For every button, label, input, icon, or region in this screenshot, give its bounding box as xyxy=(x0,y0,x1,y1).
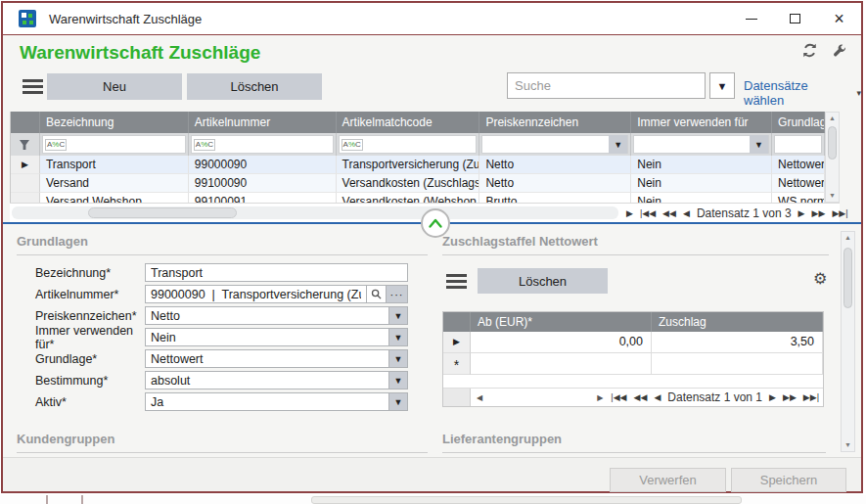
filter-abc-icon: A%C xyxy=(45,139,67,151)
background-window-element xyxy=(311,496,742,504)
chevron-down-icon: ▾ xyxy=(856,88,861,98)
dropdown-icon[interactable]: ▼ xyxy=(388,372,407,389)
pager-next-page-button[interactable]: ▶▶ xyxy=(783,392,797,402)
section-kundengruppen: Kundengruppen xyxy=(17,432,428,453)
dropdown-icon[interactable]: ▼ xyxy=(388,329,407,345)
dropdown-icon[interactable]: ▼ xyxy=(388,393,407,410)
app-window: Warenwirtschaft Zuschläge × Warenwirtsch… xyxy=(1,1,863,493)
filter-dropdown-icon[interactable]: ▼ xyxy=(609,135,627,154)
pager-label: Datensatz 1 von 1 xyxy=(667,390,762,404)
field-label: Aktiv* xyxy=(35,395,145,409)
field-label: Preiskennzeichen* xyxy=(35,309,145,323)
dropdown-icon[interactable]: ▼ xyxy=(388,307,407,324)
dropdown-icon[interactable]: ▼ xyxy=(388,350,407,367)
new-button[interactable]: Neu xyxy=(47,73,182,100)
field-label: Bestimmung* xyxy=(35,374,145,388)
scrollbar-thumb[interactable] xyxy=(88,207,237,218)
minimize-button[interactable] xyxy=(729,3,773,34)
scroll-right-icon[interactable]: ▶ xyxy=(626,208,633,218)
refresh-icon[interactable] xyxy=(801,42,818,63)
pager-first-button[interactable]: |◀◀ xyxy=(640,208,656,218)
discard-button[interactable]: Verwerfen xyxy=(610,468,726,492)
staffel-table: Ab (EUR)* Zuschlag ▶ 0,00 3,50 * ◀ ▶ |◀◀… xyxy=(442,311,824,407)
staffel-header-row: Ab (EUR)* Zuschlag xyxy=(443,312,823,332)
section-zuschlagstaffel: Zuschlagstaffel Nettowert xyxy=(442,234,829,255)
column-header[interactable]: Immer verwenden für xyxy=(631,112,772,133)
section-lieferantengruppen: Lieferantengruppen xyxy=(442,432,826,453)
field-label: Artikelnummer* xyxy=(35,288,145,301)
grundlage-select[interactable]: Nettowert▼ xyxy=(145,349,408,368)
staffel-new-row[interactable]: * xyxy=(443,353,823,375)
search-dropdown-button[interactable]: ▼ xyxy=(709,72,735,99)
table-horizontal-scrollbar[interactable] xyxy=(12,206,618,219)
table-row[interactable]: ▶ Transport 99000090 Transportversicheru… xyxy=(11,156,825,174)
menu-icon[interactable] xyxy=(23,79,43,94)
scrollbar-thumb[interactable] xyxy=(828,126,837,160)
scroll-up-icon[interactable]: ▲ xyxy=(826,113,839,124)
pager-last-button[interactable]: ▶▶| xyxy=(803,392,819,402)
pager-prev-page-button[interactable]: ◀◀ xyxy=(662,208,676,218)
immer-verwenden-select[interactable]: Nein▼ xyxy=(145,328,408,346)
aktiv-select[interactable]: Ja▼ xyxy=(145,392,408,411)
lookup-button[interactable] xyxy=(366,286,386,302)
pager-next-page-button[interactable]: ▶▶ xyxy=(812,208,826,218)
column-header[interactable]: Artikelnummer xyxy=(189,112,337,133)
search-input[interactable] xyxy=(507,72,706,99)
records-picker[interactable]: Datensätze wählen ▾ xyxy=(744,78,861,108)
table-vertical-scrollbar[interactable]: ▲ ▼ xyxy=(825,112,840,203)
scroll-down-icon[interactable]: ▼ xyxy=(826,190,839,202)
filter-cell[interactable] xyxy=(772,133,825,156)
search-icon xyxy=(371,289,382,299)
column-header[interactable]: Artikelmatchcode xyxy=(337,112,480,133)
column-header[interactable]: Grundlage xyxy=(772,112,825,133)
filter-dropdown-icon[interactable]: ▼ xyxy=(750,135,768,154)
filter-funnel-icon[interactable] xyxy=(11,133,40,156)
staffel-delete-button[interactable]: Löschen xyxy=(478,268,608,294)
background-window-edge xyxy=(81,495,83,504)
records-picker-label: Datensätze wählen xyxy=(744,78,849,108)
background-window-edge xyxy=(46,495,48,504)
pager-prev-page-button[interactable]: ◀◀ xyxy=(634,392,648,402)
filter-abc-icon: A%C xyxy=(342,139,363,151)
pager-first-button[interactable]: |◀◀ xyxy=(611,392,626,402)
filter-cell[interactable]: A%C xyxy=(337,133,480,156)
wrench-icon[interactable] xyxy=(832,43,847,63)
new-row-icon: * xyxy=(443,353,471,375)
preiskennzeichen-select[interactable]: Netto▼ xyxy=(145,306,408,325)
pager-prev-button[interactable]: ◀ xyxy=(654,392,661,402)
pager-next-button[interactable]: ▶ xyxy=(798,208,805,218)
bestimmung-select[interactable]: absolut▼ xyxy=(145,371,408,389)
artikelnummer-field[interactable] xyxy=(146,286,366,302)
filter-cell[interactable]: A%C xyxy=(189,133,337,156)
more-options-button[interactable]: ··· xyxy=(386,286,407,302)
pager-last-button[interactable]: ▶▶| xyxy=(832,208,847,218)
staffel-bottom-bar: ◀ ▶ |◀◀ ◀◀ ◀ Datensatz 1 von 1 ▶ ▶▶ ▶▶| xyxy=(443,388,823,406)
panel-vertical-scrollbar[interactable]: ▲ ▼ xyxy=(841,231,855,452)
bezeichnung-field[interactable] xyxy=(146,264,407,281)
table-row[interactable]: Versand Webshop 99100091 Versandkosten (… xyxy=(11,193,825,203)
staffel-row[interactable]: ▶ 0,00 3,50 xyxy=(443,332,823,353)
maximize-button[interactable] xyxy=(773,3,817,34)
scroll-down-icon[interactable]: ▼ xyxy=(842,439,854,451)
close-button[interactable]: × xyxy=(817,3,861,34)
staffel-menu-icon[interactable] xyxy=(446,274,467,289)
filter-cell[interactable]: A%C xyxy=(40,133,189,156)
column-header[interactable]: Zuschlag xyxy=(652,312,823,332)
filter-abc-icon: A%C xyxy=(194,139,215,151)
save-button[interactable]: Speichern xyxy=(731,468,846,492)
scroll-up-icon[interactable]: ▲ xyxy=(842,232,854,244)
delete-button[interactable]: Löschen xyxy=(187,73,322,100)
scroll-left-icon[interactable]: ◀ xyxy=(471,393,488,402)
table-row[interactable]: Versand 99100090 Versandkosten (Zuschlag… xyxy=(11,174,825,193)
scroll-right-icon[interactable]: ▶ xyxy=(591,393,609,402)
filter-cell[interactable]: ▼ xyxy=(631,133,772,156)
column-header[interactable]: Preiskennzeichen xyxy=(479,112,631,133)
pager-next-button[interactable]: ▶ xyxy=(769,392,776,402)
gear-icon[interactable]: ⚙ xyxy=(813,269,827,288)
pager-prev-button[interactable]: ◀ xyxy=(683,208,690,218)
filter-cell[interactable]: ▼ xyxy=(479,133,631,156)
field-label: Immer verwenden für* xyxy=(35,324,145,351)
column-header[interactable]: Bezeichnung xyxy=(40,112,189,133)
column-header[interactable]: Ab (EUR)* xyxy=(471,312,652,332)
scrollbar-thumb[interactable] xyxy=(843,248,852,308)
